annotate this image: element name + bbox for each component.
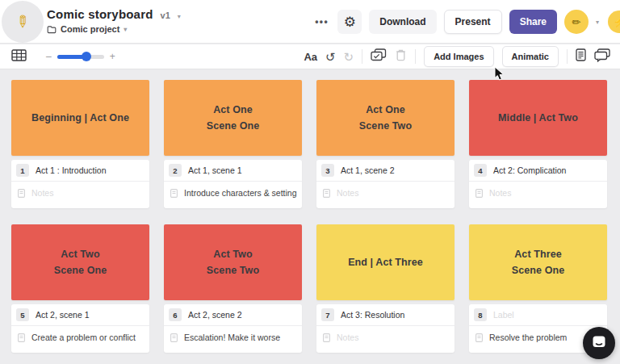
zoom-slider[interactable]: – +: [46, 51, 115, 62]
share-button[interactable]: Share: [509, 10, 557, 34]
grid-view-button[interactable]: [11, 49, 27, 65]
card-note-row[interactable]: Introduce characters & setting: [164, 182, 302, 208]
pencil-logo-icon: ✏: [13, 15, 32, 29]
card-title: Act One Scene Two: [359, 102, 412, 134]
card-number-badge: 6: [169, 308, 182, 321]
present-button[interactable]: Present: [444, 10, 502, 34]
card-note-row[interactable]: Notes: [469, 182, 607, 208]
card-title: Act Two Scene Two: [207, 246, 259, 278]
notes-icon: [475, 189, 483, 198]
pencil-avatar-icon: ✏: [572, 16, 581, 28]
card-label[interactable]: Label: [493, 310, 514, 320]
card-note-row[interactable]: Notes: [316, 182, 455, 208]
card-note-row[interactable]: Escalation! Make it worse: [164, 326, 302, 353]
zoom-slider-handle[interactable]: [82, 52, 91, 61]
text-tool-button[interactable]: Aa: [304, 51, 317, 63]
card-title: Beginning | Act One: [31, 110, 129, 126]
storyboard-grid: Beginning | Act One 1 Act 1 : Introducti…: [11, 80, 607, 353]
lightning-icon: ⚡: [614, 16, 620, 27]
card-note[interactable]: Notes: [31, 188, 53, 198]
card-label-row[interactable]: 8 Label: [469, 304, 607, 326]
card-label-row[interactable]: 7 Act 3: Resolution: [316, 304, 455, 326]
app-header: ✏ Comic storyboard v1 ▾ Comic project ▾ …: [0, 0, 620, 44]
toolbar-divider: [362, 49, 362, 64]
download-button[interactable]: Download: [369, 10, 436, 34]
card-label[interactable]: Act 1, scene 2: [341, 165, 395, 175]
more-options-button[interactable]: •••: [313, 16, 330, 27]
app-logo[interactable]: ✏: [2, 1, 44, 43]
zoom-slider-track[interactable]: [57, 55, 104, 59]
notes-icon: [170, 333, 178, 342]
plus-icon[interactable]: +: [110, 51, 115, 62]
toolbar-divider: [415, 49, 416, 64]
card-frame[interactable]: End | Act Three: [316, 224, 455, 300]
card-info: 5 Act 2, scene 1 Create a problem or con…: [11, 304, 149, 353]
card-frame[interactable]: Middle | Act Two: [469, 80, 607, 156]
storyboard-card[interactable]: End | Act Three 7 Act 3: Resolution Note…: [316, 224, 455, 353]
project-name: Comic project: [61, 24, 119, 34]
undo-icon[interactable]: ↺: [325, 51, 336, 63]
card-note[interactable]: Notes: [489, 188, 511, 198]
card-note[interactable]: Introduce characters & setting: [184, 188, 297, 198]
card-note-row[interactable]: Create a problem or conflict: [11, 326, 149, 353]
board-toolbar: – + Aa ↺ ↻ Add Images Animatic: [0, 44, 620, 69]
card-label[interactable]: Act 2, scene 2: [188, 310, 242, 320]
card-note-row[interactable]: Notes: [316, 326, 455, 353]
card-note[interactable]: Notes: [337, 333, 358, 342]
chevron-down-icon[interactable]: ▾: [178, 13, 181, 20]
card-note[interactable]: Create a problem or conflict: [31, 333, 136, 342]
card-number-badge: 5: [16, 308, 29, 321]
card-frame[interactable]: Beginning | Act One: [11, 80, 149, 156]
card-note-row[interactable]: Notes: [11, 182, 149, 208]
card-frame[interactable]: Act One Scene Two: [316, 80, 455, 156]
card-info: 3 Act 1, scene 2 Notes: [316, 160, 455, 208]
chat-launcher-button[interactable]: [583, 327, 615, 359]
card-label-row[interactable]: 6 Act 2, scene 2: [164, 304, 302, 326]
comments-icon[interactable]: [594, 48, 610, 65]
card-label-row[interactable]: 5 Act 2, scene 1: [11, 304, 149, 326]
storyboard-card[interactable]: Middle | Act Two 4 Act 2: Complication N…: [469, 80, 607, 208]
mouse-cursor: [494, 66, 505, 85]
card-label[interactable]: Act 2: Complication: [493, 165, 566, 175]
page-title: Comic storyboard: [47, 7, 153, 21]
card-number-badge: 2: [169, 164, 182, 177]
storyboard-card[interactable]: Act One Scene Two 3 Act 1, scene 2 Notes: [316, 80, 455, 208]
chevron-down-icon[interactable]: ▾: [596, 19, 599, 26]
animatic-button[interactable]: Animatic: [502, 46, 559, 67]
card-frame[interactable]: Act Two Scene One: [11, 224, 149, 300]
card-info: 1 Act 1 : Introduction Notes: [11, 160, 149, 208]
select-frames-icon[interactable]: [371, 48, 387, 65]
card-label-row[interactable]: 1 Act 1 : Introduction: [11, 160, 149, 182]
card-number-badge: 1: [16, 164, 29, 177]
card-note[interactable]: Resolve the problem: [489, 333, 567, 342]
card-label-row[interactable]: 2 Act 1, scene 1: [164, 160, 302, 182]
notes-icon: [323, 189, 330, 198]
script-icon[interactable]: [576, 48, 586, 65]
card-frame[interactable]: Act Three Scene One: [469, 224, 607, 300]
card-note[interactable]: Escalation! Make it worse: [184, 333, 280, 342]
card-label[interactable]: Act 3: Resolution: [341, 310, 404, 320]
storyboard-card[interactable]: Act Two Scene Two 6 Act 2, scene 2 Escal…: [164, 224, 302, 353]
chat-bubble-icon: [591, 333, 607, 353]
version-selector[interactable]: v1: [161, 10, 170, 20]
card-frame[interactable]: Act Two Scene Two: [164, 224, 302, 300]
card-label[interactable]: Act 1, scene 1: [188, 165, 242, 175]
avatar[interactable]: ✏: [564, 10, 589, 34]
card-number-badge: 7: [321, 308, 334, 321]
notes-icon: [18, 189, 25, 198]
gear-icon: ⚙: [344, 14, 356, 31]
card-label-row[interactable]: 4 Act 2: Complication: [469, 160, 607, 182]
storyboard-card[interactable]: Act Two Scene One 5 Act 2, scene 1 Creat…: [11, 224, 149, 353]
storyboard-card[interactable]: Act One Scene One 2 Act 1, scene 1 Intro…: [164, 80, 302, 208]
project-breadcrumb[interactable]: Comic project ▾: [47, 24, 181, 34]
settings-button[interactable]: ⚙: [337, 10, 362, 34]
card-number-badge: 8: [474, 308, 487, 321]
card-frame[interactable]: Act One Scene One: [164, 80, 302, 156]
add-images-button[interactable]: Add Images: [424, 46, 493, 67]
card-label[interactable]: Act 1 : Introduction: [36, 165, 107, 175]
card-label-row[interactable]: 3 Act 1, scene 2: [316, 160, 455, 182]
card-note[interactable]: Notes: [337, 188, 358, 198]
card-label[interactable]: Act 2, scene 1: [36, 310, 90, 320]
storyboard-card[interactable]: Beginning | Act One 1 Act 1 : Introducti…: [11, 80, 149, 208]
minus-icon[interactable]: –: [46, 51, 52, 62]
